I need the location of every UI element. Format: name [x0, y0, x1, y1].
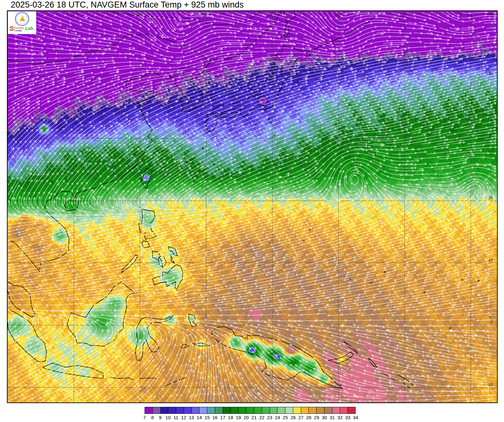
colorbar-tick-label: 8	[151, 415, 154, 420]
colorbar-tick-label: 18	[228, 415, 233, 420]
colorbar-cell	[254, 407, 262, 413]
colorbar-tick-label: 34	[353, 415, 358, 420]
colorbar-tick-label: 10	[165, 415, 171, 420]
seal-dot-icon	[21, 15, 24, 18]
colorbar-cell	[340, 407, 348, 413]
colorbar-cell	[278, 407, 285, 413]
colorbar-tick-label: 22	[259, 415, 265, 420]
colorbar-cell	[168, 407, 176, 413]
colorbar-tick-label: 25	[283, 415, 288, 420]
colorbar-tick-label: 13	[189, 415, 194, 420]
colorbar-cell	[285, 407, 293, 413]
weather-map-page: 2025-03-26 18 UTC, NAVGEM Surface Temp +…	[0, 0, 504, 422]
colorbar-cells	[145, 407, 356, 414]
colorbar-tick-label: 19	[236, 415, 241, 420]
colorbar-tick-label: 31	[329, 415, 335, 420]
logo-storm-label: TORM	[14, 29, 22, 32]
university-seal-icon	[15, 12, 29, 26]
colorbar-cell	[301, 407, 309, 413]
colorbar-tick-label: 12	[181, 415, 186, 420]
colorbar-cell	[184, 407, 192, 413]
colorbar-cell	[215, 407, 223, 413]
colorbar-cell	[231, 407, 239, 413]
colorbar-tick-label: 26	[290, 415, 296, 420]
colorbar-cell	[324, 407, 332, 413]
colorbar-cell	[293, 407, 301, 413]
colorbar-tick-label: 15	[204, 415, 210, 420]
colorbar-tick-label: 23	[267, 415, 272, 420]
colorbar-cell	[161, 407, 169, 413]
logo-big-s: S	[9, 25, 14, 32]
colorbar-cell	[262, 407, 270, 413]
colorbar-cell	[192, 407, 200, 413]
page-title: 2025-03-26 18 UTC, NAVGEM Surface Temp +…	[11, 0, 244, 10]
temperature-colorbar: 7891011121314151617181920212223242526272…	[145, 407, 356, 421]
colorbar-cell	[199, 407, 207, 413]
colorbar-cell	[238, 407, 246, 413]
colorbar-tick-label: 27	[298, 415, 304, 420]
map-frame: S EVERE TORM Lab.	[7, 10, 498, 403]
colorbar-labels: 7891011121314151617181920212223242526272…	[145, 414, 356, 421]
colorbar-cell	[348, 407, 355, 413]
weather-map-canvas	[8, 11, 497, 402]
colorbar-tick-label: 21	[251, 415, 257, 420]
colorbar-tick-label: 11	[173, 415, 178, 420]
colorbar-tick-label: 30	[322, 415, 327, 420]
colorbar-tick-label: 17	[220, 415, 226, 420]
colorbar-cell	[176, 407, 184, 413]
colorbar-tick-label: 7	[143, 415, 146, 420]
colorbar-cell	[223, 407, 231, 413]
colorbar-tick-label: 28	[306, 415, 312, 420]
colorbar-cell	[145, 407, 153, 413]
colorbar-cell	[332, 407, 340, 413]
colorbar-cell	[270, 407, 278, 413]
colorbar-cell	[153, 407, 161, 413]
colorbar-tick-label: 16	[212, 415, 218, 420]
colorbar-cell	[317, 407, 324, 413]
logo-text: S EVERE TORM Lab.	[9, 26, 36, 34]
colorbar-cell	[246, 407, 254, 413]
severe-storm-lab-logo: S EVERE TORM Lab.	[8, 11, 36, 34]
colorbar-tick-label: 9	[159, 415, 161, 420]
colorbar-cell	[207, 407, 215, 413]
colorbar-cell	[309, 407, 317, 413]
colorbar-tick-label: 14	[197, 415, 202, 420]
colorbar-tick-label: 33	[345, 415, 351, 420]
colorbar-tick-label: 20	[243, 415, 249, 420]
colorbar-tick-label: 32	[337, 415, 343, 420]
colorbar-tick-label: 29	[314, 415, 319, 420]
colorbar-tick-label: 24	[275, 415, 280, 420]
logo-lab-label: Lab.	[25, 26, 34, 31]
